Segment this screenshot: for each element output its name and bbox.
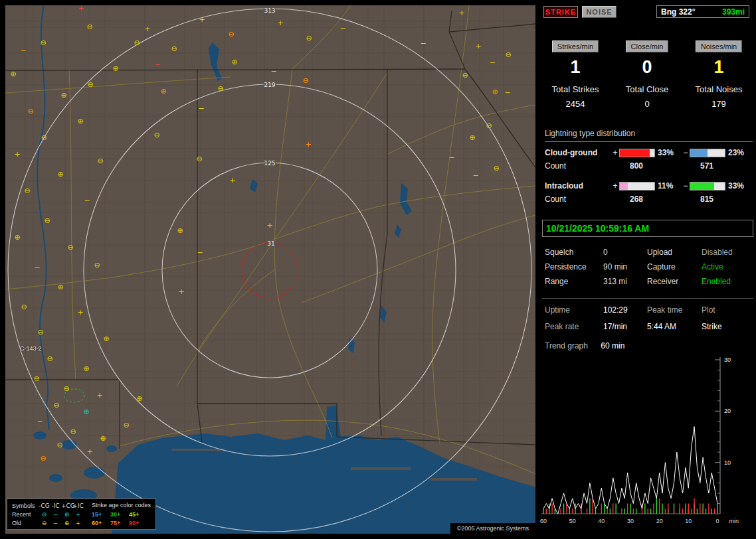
total-strikes-value: 2454 (539, 99, 611, 109)
strike-symbol: + (305, 140, 311, 149)
old-nic-icon: − (50, 520, 61, 526)
datetime-display: 10/21/2025 10:59:16 AM (542, 220, 753, 237)
strike-symbol: ⊕ (77, 117, 83, 125)
strike-symbol: ⊕ (160, 87, 166, 96)
upload-status: Disabled (702, 248, 753, 257)
strike-symbol: ⊖ (217, 84, 223, 93)
lightning-map[interactable]: 313 219 125 31 +⊖++⊖+⊖−⊕−⊖⊖⊕−−⊖⊖⊕⊖⊖−⊕⊕+⊖… (5, 5, 535, 534)
strike-symbol: + (458, 9, 464, 17)
legend-symbols: Symbols -CG -IC +CG +IC Recent ⊖ − ⊕ + O… (12, 501, 84, 527)
ic-count-label: Count (545, 194, 619, 204)
x-tick-label: 60 (540, 518, 547, 524)
noises-counter: Noises/min 1 Total Noises 179 (683, 40, 755, 109)
strike-symbol: ⊕ (492, 88, 498, 96)
ic-minus-bar (690, 182, 725, 191)
receiver-label: Receiver (647, 277, 702, 286)
noise-mode-button[interactable]: NOISE (582, 6, 616, 18)
strike-symbol: − (37, 418, 43, 426)
strike-symbol: + (144, 25, 150, 33)
ic-plus-pct: 11% (655, 181, 682, 191)
strike-symbol: + (277, 19, 283, 27)
strike-symbol: ⊕ (57, 283, 63, 291)
recent-ncg-icon: ⊖ (39, 511, 50, 518)
strike-symbol: ⊖ (171, 44, 177, 53)
strike-symbol: ⊖ (53, 401, 59, 410)
range-value: 313 mi (603, 277, 647, 286)
app-window: 313 219 125 31 +⊖++⊖+⊖−⊕−⊖⊖⊕−−⊖⊖⊕⊖⊖−⊕⊕+⊖… (0, 0, 756, 539)
close-per-min-value: 0 (611, 57, 683, 77)
strike-symbol: ⊕ (83, 364, 89, 373)
map-canvas: 313 219 125 31 +⊖++⊖+⊖−⊕−⊖⊖⊕−−⊖⊖⊕⊖⊖−⊕⊕+⊖… (5, 5, 535, 534)
range-label: Range (545, 277, 603, 286)
y-tick-label: 20 (724, 408, 731, 414)
strikes-per-min-value: 1 (539, 57, 611, 77)
noises-per-min-button[interactable]: Noises/min (696, 40, 742, 52)
trend-graph: 1020306050403020100min (539, 354, 751, 534)
recent-nic-icon: − (50, 511, 61, 518)
strike-symbol: − (489, 58, 495, 67)
copyright-text: ©2005 Astrogenic Systems (450, 523, 535, 534)
close-per-min-button[interactable]: Close/min (626, 40, 669, 52)
strike-symbol: ⊖ (302, 76, 308, 85)
strike-symbol: − (472, 171, 478, 180)
strikes-per-min-button[interactable]: Strikes/min (552, 40, 599, 52)
intracloud-row: Intracloud + 11% − 33% (545, 181, 753, 191)
settings-grid: Squelch 0 Upload Disabled Persistence 90… (545, 248, 753, 286)
persistence-label: Persistence (545, 262, 603, 271)
strike-symbol: − (154, 60, 160, 69)
ring-label-219: 219 (264, 82, 275, 88)
bearing-readout: Bng 322° 393mi (656, 5, 749, 18)
strike-symbol: − (197, 248, 203, 257)
cg-plus-bar-fill (620, 149, 650, 157)
strike-symbol: ⊖ (56, 441, 62, 449)
strike-symbol: ⊖ (70, 427, 76, 436)
total-noises-label: Total Noises (683, 84, 755, 94)
lightning-type-distribution: Lightning type distribution Cloud-ground… (545, 129, 753, 204)
strike-symbol: ⊖ (21, 303, 27, 311)
plus-sign: + (611, 181, 619, 191)
strike-symbol: ⊖ (67, 243, 73, 252)
total-noises-value: 179 (683, 99, 755, 109)
bearing-label: Bng 322° (661, 7, 695, 17)
strike-symbol: ⊖ (63, 384, 69, 393)
strike-symbol: ⊖ (37, 328, 43, 337)
y-tick-label: 10 (724, 459, 731, 466)
section-divider (542, 298, 753, 299)
strike-symbol: ⊖ (228, 30, 234, 38)
strike-symbol: ⊕ (177, 226, 183, 235)
strike-symbol: − (84, 196, 90, 205)
strike-symbol: ⊖ (462, 71, 468, 80)
minus-sign: − (682, 181, 690, 191)
strike-symbol: + (14, 150, 20, 159)
strike-symbol: − (20, 46, 26, 55)
recent-pic-icon: + (72, 511, 84, 518)
strike-symbol: − (34, 263, 40, 271)
strike-symbol: ⊖ (123, 421, 129, 429)
strike-symbol: ⊕ (112, 64, 118, 73)
x-tick-label: 50 (569, 518, 576, 524)
old-pcg-icon: ⊕ (61, 520, 72, 526)
age-code-75: 75+ (110, 520, 129, 526)
ic-minus-count: 815 (690, 194, 713, 204)
strike-symbol: ⊖ (87, 80, 93, 89)
rate-counters: Strikes/min 1 Total Strikes 2454 Close/m… (539, 40, 756, 109)
peak-time-value: 5:44 AM (647, 322, 702, 331)
strike-mode-button[interactable]: STRIKE (543, 6, 578, 18)
ic-minus-pct: 33% (725, 181, 752, 191)
cg-plus-bar (619, 149, 655, 157)
strike-symbol: + (77, 308, 83, 317)
strike-symbol: ⊖ (33, 374, 39, 383)
trend-graph-label: Trend graph (545, 341, 588, 350)
strike-symbol: + (78, 5, 84, 13)
plot-value: Strike (702, 322, 753, 331)
strike-symbol: − (504, 88, 510, 97)
capture-label: Capture (647, 262, 702, 271)
ic-plus-bar-fill (620, 183, 628, 190)
legend-symbols-title: Symbols (12, 502, 39, 509)
strike-symbol: + (199, 15, 205, 24)
strike-symbol: ⊕ (136, 394, 142, 403)
ring-label-31: 31 (267, 240, 274, 247)
stats-grid: Uptime 102:29 Peak time Plot Peak rate 1… (545, 305, 753, 331)
strike-symbol: ⊕ (231, 58, 237, 66)
noises-per-min-value: 1 (683, 57, 755, 77)
